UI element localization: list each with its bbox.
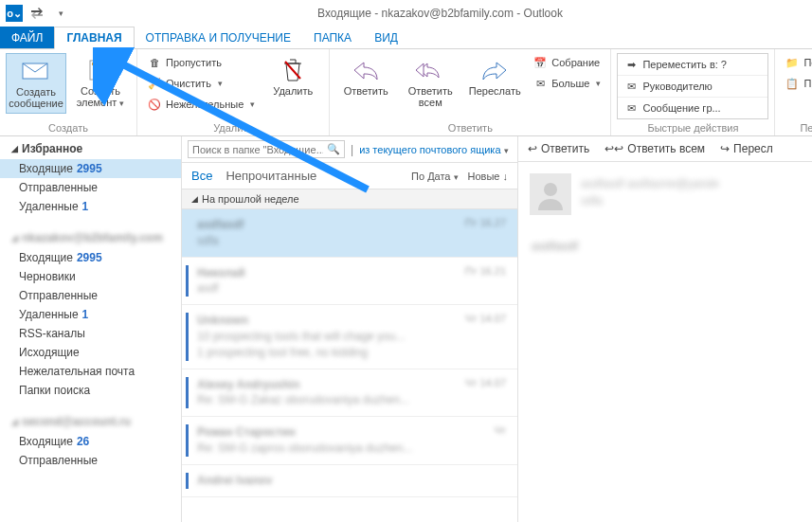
ribbon-group-quick: ➡Переместить в: ? ✉Руководителю ✉Сообщен… bbox=[611, 49, 775, 135]
clean-icon: 🧹 bbox=[147, 76, 162, 91]
nav-inbox-acc2[interactable]: Входящие26 bbox=[0, 432, 181, 451]
ribbon-group-delete: 🗑Пропустить 🧹Очистить 🚫Нежелательные Уда… bbox=[137, 49, 330, 135]
mail-item[interactable]: Unknown10 prospecting tools that will ch… bbox=[182, 305, 517, 369]
mail-list-pane: 🔍 | из текущего почтового ящика Все Непр… bbox=[182, 136, 518, 522]
search-icon[interactable]: 🔍 bbox=[327, 143, 340, 155]
reading-to: sdfa bbox=[581, 194, 719, 207]
move-button[interactable]: 📁Переместить bbox=[781, 53, 812, 72]
tab-view[interactable]: ВИД bbox=[363, 27, 409, 48]
svg-point-3 bbox=[544, 183, 557, 196]
ignore-button[interactable]: 🗑Пропустить bbox=[143, 53, 259, 72]
quick-manager[interactable]: ✉Руководителю bbox=[618, 76, 767, 98]
forward-label: Переслать bbox=[469, 85, 521, 97]
tab-folder[interactable]: ПАПКА bbox=[302, 27, 363, 48]
account1-header[interactable]: ◢nkazakov@b2bfamily.com bbox=[0, 225, 181, 248]
ribbon-group-respond-label: Ответить bbox=[335, 120, 604, 135]
reading-forward-label: Пересл bbox=[733, 142, 773, 155]
mail-item[interactable]: Роман СтаростинRe: SM-G zapros oborudova… bbox=[182, 417, 517, 465]
folder-pane: ◢Избранное Входящие2995 Отправленные Уда… bbox=[0, 136, 182, 522]
rules-button[interactable]: 📋Правила bbox=[781, 74, 812, 93]
quick-team[interactable]: ✉Сообщение гр... bbox=[618, 98, 767, 118]
nav-inbox-acc1-count: 2995 bbox=[77, 251, 102, 264]
manager-icon: ✉ bbox=[623, 79, 639, 94]
account2-label: second@account.ru bbox=[22, 415, 131, 428]
tab-file[interactable]: ФАЙЛ bbox=[0, 27, 54, 48]
nav-deleted-acc1-label: Удаленные bbox=[19, 308, 79, 321]
nav-deleted[interactable]: Удаленные1 bbox=[0, 197, 181, 216]
ribbon-group-delete-label: Удалить bbox=[143, 120, 323, 135]
ribbon-group-move: 📁Переместить 📋Правила Переместить bbox=[775, 49, 812, 135]
search-box[interactable]: 🔍 bbox=[188, 140, 345, 158]
ignore-icon: 🗑 bbox=[147, 55, 162, 70]
filter-bar: Все Непрочитанные По Дата Новые ↓ bbox=[182, 163, 517, 189]
nav-rss[interactable]: RSS-каналы bbox=[0, 324, 181, 343]
reading-forward-button[interactable]: ↪Пересл bbox=[720, 142, 773, 155]
svg-rect-2 bbox=[92, 63, 105, 65]
junk-button[interactable]: 🚫Нежелательные bbox=[143, 95, 259, 114]
nav-inbox-acc1-label: Входящие bbox=[19, 251, 73, 264]
reply-all-button[interactable]: Ответить всем bbox=[400, 53, 460, 112]
reply-button[interactable]: Ответить bbox=[335, 53, 396, 100]
forward-icon: ↪ bbox=[720, 142, 730, 155]
nav-junk[interactable]: Нежелательная почта bbox=[0, 362, 181, 381]
meeting-icon: 📅 bbox=[532, 55, 548, 70]
nav-inbox-acc2-label: Входящие bbox=[19, 435, 73, 448]
tab-home[interactable]: ГЛАВНАЯ bbox=[54, 27, 134, 49]
meeting-button[interactable]: 📅Собрание bbox=[529, 53, 604, 72]
nav-inbox[interactable]: Входящие2995 bbox=[0, 159, 181, 178]
reading-reply-all-button[interactable]: ↩↩Ответить всем bbox=[604, 142, 705, 155]
account2-header[interactable]: ◢second@account.ru bbox=[0, 409, 181, 432]
move-label: Переместить bbox=[803, 57, 812, 68]
qat-customize-icon[interactable] bbox=[51, 5, 68, 22]
mail-item[interactable]: НиколайasdfПт 16.21 bbox=[182, 258, 517, 306]
nav-inbox-label: Входящие bbox=[19, 162, 73, 175]
search-input[interactable] bbox=[192, 144, 323, 155]
forward-button[interactable]: Переслать bbox=[464, 53, 525, 100]
nav-sent-acc2[interactable]: Отправленные bbox=[0, 451, 181, 470]
nav-sent-acc1[interactable]: Отправленные bbox=[0, 286, 181, 305]
ignore-label: Пропустить bbox=[166, 57, 222, 68]
delete-button[interactable]: Удалить bbox=[262, 53, 323, 100]
qat-send-receive-icon[interactable] bbox=[28, 5, 45, 22]
sort-direction[interactable]: Новые ↓ bbox=[468, 171, 509, 182]
nav-deleted-label: Удаленные bbox=[19, 200, 79, 213]
outlook-app-icon: o⌄ bbox=[6, 5, 23, 22]
nav-sent[interactable]: Отправленные bbox=[0, 178, 181, 197]
reply-icon: ↩ bbox=[528, 142, 537, 155]
rules-label: Правила bbox=[803, 78, 812, 89]
nav-drafts[interactable]: Черновики bbox=[0, 267, 181, 286]
clean-button[interactable]: 🧹Очистить bbox=[143, 74, 259, 93]
move-folder-icon: 📁 bbox=[785, 55, 800, 70]
new-item-button[interactable]: Создать элемент bbox=[70, 53, 131, 113]
delete-label: Удалить bbox=[273, 85, 313, 97]
date-group-header[interactable]: ◢На прошлой неделе bbox=[182, 189, 517, 209]
quick-move-to[interactable]: ➡Переместить в: ? bbox=[618, 54, 767, 76]
mail-item[interactable]: asdfasdfsdfaПт 16.27 bbox=[182, 209, 517, 258]
reading-reply-button[interactable]: ↩Ответить bbox=[528, 142, 589, 155]
nav-inbox-acc1[interactable]: Входящие2995 bbox=[0, 248, 181, 267]
meeting-label: Собрание bbox=[551, 57, 600, 68]
tab-send-receive[interactable]: ОТПРАВКА И ПОЛУЧЕНИЕ bbox=[135, 27, 302, 48]
reading-header: asdfasdf asdfasme@yande sdfa bbox=[518, 162, 812, 226]
nav-deleted-acc1[interactable]: Удаленные1 bbox=[0, 305, 181, 324]
favorites-header[interactable]: ◢Избранное bbox=[0, 136, 181, 159]
quick-steps-gallery[interactable]: ➡Переместить в: ? ✉Руководителю ✉Сообщен… bbox=[617, 53, 768, 119]
more-respond-button[interactable]: ✉Больше bbox=[529, 74, 604, 93]
mail-item[interactable]: Andrei Ivanov bbox=[182, 465, 517, 497]
nav-deleted-acc1-count: 1 bbox=[82, 308, 89, 321]
date-group-label: На прошлой неделе bbox=[202, 193, 299, 205]
more-label: Больше bbox=[551, 78, 589, 89]
mail-item[interactable]: Alexey AndryushinRe: SM-G Zakaz oborudov… bbox=[182, 369, 517, 418]
search-scope[interactable]: из текущего почтового ящика bbox=[359, 144, 508, 155]
sort-by[interactable]: По Дата bbox=[411, 171, 458, 182]
new-mail-button[interactable]: Создать сообщение bbox=[6, 53, 66, 114]
nav-inbox-acc2-count: 26 bbox=[77, 435, 89, 448]
filter-all[interactable]: Все bbox=[191, 169, 212, 183]
filter-unread[interactable]: Непрочитанные bbox=[226, 169, 316, 183]
app-body: ◢Избранное Входящие2995 Отправленные Уда… bbox=[0, 136, 812, 522]
nav-outbox[interactable]: Исходящие bbox=[0, 343, 181, 362]
reply-all-icon bbox=[415, 57, 445, 83]
rules-icon: 📋 bbox=[785, 76, 800, 91]
new-mail-icon bbox=[21, 58, 51, 84]
nav-search-folders[interactable]: Папки поиска bbox=[0, 381, 181, 400]
